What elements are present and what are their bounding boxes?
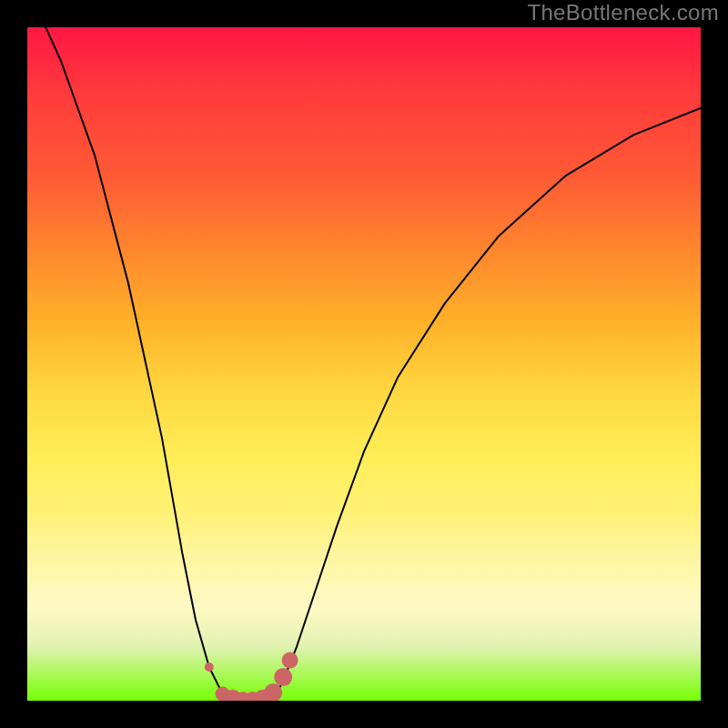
curve-marker — [274, 668, 292, 686]
chart-container: TheBottleneck.com — [0, 0, 728, 728]
curve-marker — [264, 683, 282, 702]
curve-marker — [282, 652, 298, 669]
bottleneck-curve — [27, 0, 701, 701]
chart-overlay-svg — [0, 0, 728, 728]
curve-marker — [205, 662, 214, 672]
watermark-label: TheBottleneck.com — [527, 0, 719, 25]
